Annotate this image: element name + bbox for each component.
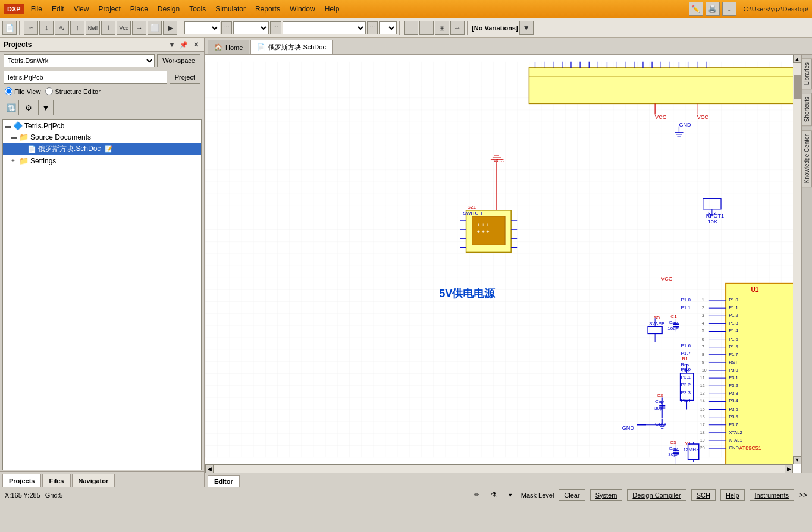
menu-place[interactable]: Place xyxy=(126,3,152,15)
project-input[interactable]: Tetris.PrjPcb xyxy=(4,71,167,84)
source-expand[interactable]: ▬ xyxy=(11,134,17,140)
design-compiler-button[interactable]: Design Compiler xyxy=(627,489,686,501)
menu-file[interactable]: File xyxy=(27,3,46,15)
svg-text:P1.1: P1.1 xyxy=(729,305,738,310)
tb-net[interactable]: Net! xyxy=(86,21,100,35)
system-button[interactable]: System xyxy=(590,489,623,501)
schematic-canvas[interactable]: ▲ ▼ ◀ ▶ xyxy=(205,55,801,473)
tb-b7[interactable]: ⬜ xyxy=(148,21,162,35)
settings-icon[interactable]: ⚙ xyxy=(21,100,36,115)
hscroll-right[interactable]: ▶ xyxy=(785,465,793,473)
menu-simulator[interactable]: Simulator xyxy=(211,3,250,15)
refresh-icon[interactable]: 🔃 xyxy=(4,100,19,115)
tb-b10[interactable]: ↔ xyxy=(450,21,465,35)
tb-combo-4[interactable] xyxy=(379,21,397,34)
tb-b6[interactable]: → xyxy=(132,21,146,35)
tab-navigator[interactable]: Navigator xyxy=(72,474,115,487)
svg-text:GND: GND xyxy=(622,425,635,431)
projects-close-btn[interactable]: ✕ xyxy=(191,40,200,49)
tb-new[interactable]: 📄 xyxy=(2,21,17,35)
tb-combo-3-btn[interactable]: ... xyxy=(367,21,378,34)
title-bar: DXP File Edit View Project Place Design … xyxy=(0,0,812,18)
hscroll-left[interactable]: ◀ xyxy=(205,465,214,473)
tree-source-docs[interactable]: ▬ 📁 Source Documents xyxy=(3,131,201,143)
tab-schdoc[interactable]: 📄 俄罗斯方块.SchDoc xyxy=(250,40,333,54)
tab-files[interactable]: Files xyxy=(42,474,70,487)
tb-b5[interactable]: ⊥ xyxy=(101,21,115,35)
expand-icon[interactable]: >> xyxy=(799,491,807,499)
tb-b3[interactable]: ∿ xyxy=(55,21,69,35)
tb-combo-1[interactable] xyxy=(184,21,220,34)
tree-root[interactable]: ▬ 🔷 Tetris.PrjPcb xyxy=(3,120,201,131)
tab-projects[interactable]: Projects xyxy=(2,474,41,487)
menu-design[interactable]: Design xyxy=(153,3,184,15)
rsidebar-tab-libraries[interactable]: Libraries xyxy=(802,58,812,89)
tb-vcc[interactable]: Vcc xyxy=(117,21,131,35)
mask-settings-icon[interactable]: ▼ xyxy=(504,490,516,500)
pencil-icon[interactable]: ✏ xyxy=(471,490,483,500)
menu-help[interactable]: Help xyxy=(321,3,344,15)
workspace-selector[interactable]: Tetris.DsnWrk xyxy=(4,54,155,67)
right-panel: 🏠 Home 📄 俄罗斯方块.SchDoc ▲ ▼ ◀ xyxy=(205,38,812,487)
menu-tools[interactable]: Tools xyxy=(185,3,210,15)
rsidebar-tab-knowledge[interactable]: Knowledge Center xyxy=(802,130,812,187)
tb-dropdown[interactable]: ▼ xyxy=(519,21,534,35)
root-icon: 🔷 xyxy=(13,121,23,130)
svg-text:P1.7: P1.7 xyxy=(729,352,738,357)
svg-text:SW-PB: SW-PB xyxy=(649,321,664,326)
tb-b4[interactable]: ↑ xyxy=(70,21,84,35)
schdoc-tab-label: 俄罗斯方块.SchDoc xyxy=(268,43,326,52)
projects-pin-btn[interactable]: 📌 xyxy=(179,40,189,49)
root-expand[interactable]: ▬ xyxy=(5,122,11,129)
structure-editor-radio[interactable]: Structure Editor xyxy=(45,87,100,95)
view-mode-row: File View Structure Editor xyxy=(0,85,204,97)
svg-text:7: 7 xyxy=(702,345,704,349)
project-button[interactable]: Project xyxy=(170,71,200,84)
tb-b8[interactable]: ▶ xyxy=(163,21,177,35)
workspace-button[interactable]: Workspace xyxy=(157,54,200,67)
projects-menu-btn[interactable]: ▼ xyxy=(167,40,177,49)
clear-button[interactable]: Clear xyxy=(559,489,585,501)
menu-view[interactable]: View xyxy=(70,3,93,15)
sch-button[interactable]: SCH xyxy=(691,489,716,501)
tb-eq2[interactable]: = xyxy=(419,21,434,35)
menu-window[interactable]: Window xyxy=(286,3,319,15)
tab-home[interactable]: 🏠 Home xyxy=(208,40,249,54)
svg-text:SZ1: SZ1 xyxy=(468,204,476,210)
home-icon: 🏠 xyxy=(214,43,222,51)
tb-b1[interactable]: ≈ xyxy=(24,21,38,35)
tb-b2[interactable]: ↕ xyxy=(39,21,54,35)
svg-text:8: 8 xyxy=(702,352,704,357)
file-view-radio[interactable]: File View xyxy=(5,87,40,95)
dropdown-icon[interactable]: ▼ xyxy=(38,100,54,115)
tb-combo-2-btn[interactable]: ... xyxy=(270,21,281,34)
filter-icon[interactable]: ⚗ xyxy=(488,490,500,500)
help-status-button[interactable]: Help xyxy=(720,489,745,501)
toolbar-icon-1[interactable]: ✏️ xyxy=(689,2,703,16)
svg-text:GND: GND xyxy=(655,421,666,427)
vscroll-thumb[interactable] xyxy=(794,75,801,99)
toolbar-icon-2[interactable]: 🖨️ xyxy=(706,2,720,16)
tree-schdoc[interactable]: 📄 俄罗斯方块.SchDoc 📝 xyxy=(3,143,201,155)
tb-combo-3[interactable] xyxy=(283,21,366,34)
rsidebar-tab-shortcuts[interactable]: Shortcuts xyxy=(802,93,812,126)
svg-text:P3.5: P3.5 xyxy=(729,407,738,412)
tb-combo-2[interactable] xyxy=(233,21,269,34)
schdoc-label: 俄罗斯方块.SchDoc xyxy=(38,144,101,154)
toolbar-icon-3[interactable]: ↓ xyxy=(722,2,736,16)
tb-b9[interactable]: ⊞ xyxy=(435,21,449,35)
tb-combo-1-btn[interactable]: ... xyxy=(221,21,232,34)
editor-tab[interactable]: Editor xyxy=(208,475,240,487)
menu-edit[interactable]: Edit xyxy=(48,3,68,15)
main-layout: Projects ▼ 📌 ✕ Tetris.DsnWrk Workspace T… xyxy=(0,38,812,487)
menu-reports[interactable]: Reports xyxy=(251,3,284,15)
vscroll-down[interactable]: ▼ xyxy=(793,456,801,464)
project-tree[interactable]: ▬ 🔷 Tetris.PrjPcb ▬ 📁 Source Documents 📄… xyxy=(2,119,202,470)
settings-expand[interactable]: + xyxy=(11,158,17,164)
tree-settings[interactable]: + 📁 Settings xyxy=(3,155,201,166)
svg-text:XTAL1: XTAL1 xyxy=(729,437,742,443)
menu-project[interactable]: Project xyxy=(94,3,124,15)
vscroll-up[interactable]: ▲ xyxy=(793,55,801,63)
tb-eq1[interactable]: = xyxy=(404,21,418,35)
instruments-button[interactable]: Instruments xyxy=(750,489,794,501)
